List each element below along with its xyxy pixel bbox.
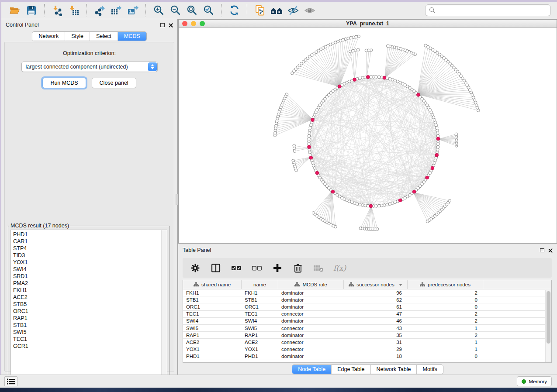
table-cell[interactable]: SWI4	[242, 318, 278, 323]
mcds-result-item[interactable]: RAP1	[13, 315, 167, 322]
table-cell[interactable]: dominator	[278, 290, 344, 296]
zoom-fit-button[interactable]	[184, 3, 199, 17]
table-cell[interactable]: YOX1	[183, 347, 242, 352]
new-network-from-selection-button[interactable]	[253, 3, 267, 17]
table-row[interactable]: ORC1ORC1dominator610	[183, 303, 551, 310]
function-builder-button[interactable]: f(x)	[333, 264, 346, 272]
column-header-name[interactable]: name	[242, 280, 278, 289]
network-window-titlebar[interactable]: YPA_prune.txt_1	[179, 20, 557, 28]
table-cell[interactable]: connector	[278, 326, 344, 331]
table-cell[interactable]: dominator	[278, 333, 344, 338]
export-network-button[interactable]	[92, 3, 107, 17]
table-row[interactable]: SWI5SWI5connector431	[183, 325, 551, 332]
table-row[interactable]: PHD1PHD1dominator180	[183, 353, 551, 360]
mcds-result-item[interactable]: TID3	[13, 252, 167, 259]
table-cell[interactable]: dominator	[278, 297, 344, 303]
tab-edge-table[interactable]: Edge Table	[332, 365, 370, 374]
mcds-result-item[interactable]: FKH1	[13, 287, 167, 294]
tab-network-table[interactable]: Network Table	[371, 365, 417, 374]
zoom-selected-button[interactable]	[201, 3, 216, 17]
column-header-MCDS-role[interactable]: MCDS role	[278, 280, 344, 289]
table-cell[interactable]: TEC1	[242, 311, 278, 316]
mcds-result-item[interactable]: YOX1	[13, 259, 167, 266]
mcds-result-item[interactable]: CAR1	[13, 238, 167, 245]
unselect-all-button[interactable]	[251, 262, 263, 274]
table-settings-button[interactable]	[190, 262, 201, 274]
delete-column-button[interactable]	[292, 262, 304, 274]
run-mcds-button[interactable]: Run MCDS	[42, 78, 86, 88]
mcds-result-item[interactable]: STB1	[13, 322, 167, 329]
table-cell[interactable]: ACE2	[183, 340, 242, 345]
column-header-successor-nodes[interactable]: successor nodes	[344, 280, 408, 289]
table-cell[interactable]: 0	[408, 297, 483, 303]
export-image-button[interactable]	[125, 3, 140, 17]
mcds-result-item[interactable]: PHD1	[13, 231, 167, 238]
table-cell[interactable]: PHD1	[183, 354, 242, 359]
table-cell[interactable]: STB1	[242, 297, 278, 303]
show-columns-button[interactable]	[210, 262, 221, 274]
table-row[interactable]: FKH1FKH1dominator962	[183, 289, 551, 296]
table-cell[interactable]: 62	[344, 297, 408, 303]
column-header-predecessor-nodes[interactable]: predecessor nodes	[408, 280, 483, 289]
mcds-result-item[interactable]: SRD1	[13, 273, 167, 280]
tab-node-table[interactable]: Node Table	[292, 365, 332, 374]
table-cell[interactable]: YOX1	[242, 347, 278, 352]
search-box[interactable]	[425, 4, 551, 16]
table-cell[interactable]: 0	[408, 354, 483, 359]
float-panel-icon[interactable]	[540, 248, 544, 252]
first-neighbors-button[interactable]	[269, 3, 284, 17]
table-cell[interactable]: 61	[344, 304, 408, 309]
table-cell[interactable]: FKH1	[183, 290, 242, 296]
criterion-dropdown[interactable]: largest connected component (undirected)	[21, 62, 158, 72]
table-cell[interactable]: dominator	[278, 304, 344, 309]
table-cell[interactable]: SWI5	[183, 326, 242, 331]
task-history-button[interactable]	[4, 376, 17, 386]
close-panel-icon[interactable]	[168, 23, 173, 28]
table-cell[interactable]: SWI5	[242, 326, 278, 331]
table-cell[interactable]: ACE2	[242, 340, 278, 345]
tab-style[interactable]: Style	[65, 32, 90, 41]
column-header-shared-name[interactable]: shared name	[183, 280, 242, 289]
table-cell[interactable]: TEC1	[183, 311, 242, 316]
save-session-button[interactable]	[24, 3, 39, 17]
table-cell[interactable]: 2	[408, 311, 483, 316]
table-cell[interactable]: 2	[408, 333, 483, 338]
close-panel-icon[interactable]	[548, 248, 553, 253]
tab-network[interactable]: Network	[32, 32, 65, 41]
table-cell[interactable]: ORC1	[183, 304, 242, 309]
float-panel-icon[interactable]	[160, 23, 165, 27]
table-row[interactable]: YOX1YOX1connector291	[183, 346, 551, 353]
table-cell[interactable]: 31	[344, 340, 408, 345]
delete-table-button[interactable]	[313, 262, 324, 274]
table-cell[interactable]: FKH1	[242, 290, 278, 296]
table-cell[interactable]: ORC1	[242, 304, 278, 309]
table-row[interactable]: ACE2ACE2connector311	[183, 339, 551, 346]
mcds-result-item[interactable]: ACE2	[13, 294, 167, 301]
table-cell[interactable]: 43	[344, 326, 408, 331]
table-cell[interactable]: 2	[408, 290, 483, 296]
search-input[interactable]	[438, 7, 547, 14]
table-row[interactable]: TEC1TEC1connector472	[183, 311, 551, 318]
create-column-button[interactable]	[272, 262, 283, 274]
import-table-button[interactable]	[66, 3, 81, 17]
mcds-result-item[interactable]: STB5	[13, 301, 167, 308]
table-row[interactable]: RAP1RAP1dominator352	[183, 332, 551, 339]
mcds-result-item[interactable]: ORC1	[13, 308, 167, 315]
tab-select[interactable]: Select	[90, 32, 118, 41]
table-cell[interactable]: 96	[344, 290, 408, 296]
mcds-list-scrollbar[interactable]	[161, 230, 167, 382]
memory-button[interactable]: Memory	[517, 376, 552, 386]
hide-selected-button[interactable]	[286, 3, 301, 17]
table-cell[interactable]: 1	[408, 340, 483, 345]
table-cell[interactable]: 35	[344, 333, 408, 338]
show-all-button[interactable]	[302, 3, 317, 17]
mcds-result-item[interactable]: STP4	[13, 245, 167, 252]
table-cell[interactable]: SWI4	[183, 318, 242, 323]
mcds-result-item[interactable]: GCR1	[13, 343, 167, 350]
export-table-button[interactable]	[109, 3, 124, 17]
table-cell[interactable]: 29	[344, 347, 408, 352]
select-all-button[interactable]	[231, 262, 242, 274]
table-cell[interactable]: 1	[408, 326, 483, 331]
sort-indicator-icon[interactable]	[399, 284, 402, 286]
network-canvas[interactable]	[179, 28, 557, 243]
